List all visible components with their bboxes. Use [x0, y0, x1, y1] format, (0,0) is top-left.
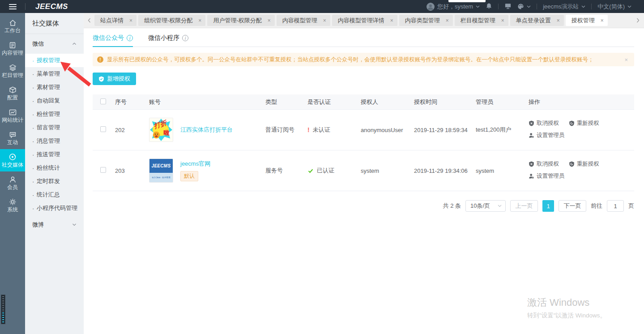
page-content: 微信公众号 i 微信小程序 i ! 显示所有已授权的公众号，可授权多个。同一公众… — [84, 34, 644, 212]
nav-item-social[interactable]: 社交媒体 — [0, 149, 25, 171]
app-logo: JEECMS — [35, 2, 68, 11]
total-count: 共 2 条 — [443, 202, 461, 210]
tab-site-detail[interactable]: 站点详情× — [94, 15, 136, 26]
not-verified-icon: ! — [307, 126, 310, 133]
sidebar-section-weibo[interactable]: 微博 — [25, 215, 84, 235]
sidebar-item-fans[interactable]: 粉丝管理 — [25, 107, 84, 121]
account-avatar-image: 打折 啦 — [149, 118, 173, 142]
col-type: 类型 — [261, 98, 303, 106]
col-authorizer: 授权人 — [356, 98, 409, 106]
revoke-auth-button[interactable]: 取消授权 — [529, 118, 559, 129]
close-icon[interactable]: × — [129, 18, 132, 23]
sidebar-item-scheduled-send[interactable]: 定时群发 — [25, 175, 84, 188]
nav-item-member[interactable]: 会员 — [0, 171, 25, 194]
close-icon[interactable]: × — [198, 18, 201, 23]
topbar-right: 您好，system jeecms演示站 中文(简体) — [426, 3, 644, 11]
tab-user-permission[interactable]: 用户管理-权限分配× — [207, 15, 274, 26]
alert-close-icon[interactable]: × — [623, 56, 630, 63]
popup-remnant — [448, 0, 486, 2]
nav-item-stats[interactable]: 网站统计 — [0, 104, 25, 127]
row-checkbox[interactable] — [100, 167, 106, 173]
menu-toggle-icon[interactable] — [0, 0, 25, 13]
chevron-down-icon — [72, 223, 77, 226]
theme-menu[interactable] — [517, 3, 531, 10]
tab-content-type[interactable]: 内容类型管理× — [399, 15, 453, 26]
topbar-separator — [498, 4, 499, 9]
next-page-button[interactable]: 下一页 — [559, 200, 586, 212]
close-icon[interactable]: × — [390, 18, 393, 23]
topbar-separator — [591, 4, 592, 9]
prev-page-button[interactable]: 上一页 — [510, 200, 538, 212]
shield-refresh-icon — [569, 120, 575, 126]
tab-scroll-right-icon[interactable] — [634, 15, 641, 26]
reauthorize-button[interactable]: 重新授权 — [569, 158, 599, 170]
admin: test1,200用户 — [471, 126, 524, 134]
monitor-icon[interactable] — [504, 3, 512, 11]
user-menu[interactable]: 您好，system — [426, 3, 480, 11]
sidebar-item-fan-stats[interactable]: 粉丝统计 — [25, 161, 84, 175]
tab-sso-settings[interactable]: 单点登录设置× — [510, 15, 564, 26]
goto-page-input[interactable] — [607, 200, 624, 212]
col-auth-time: 授权时间 — [409, 98, 471, 106]
add-authorization-button[interactable]: 新增授权 — [93, 73, 136, 85]
sidebar-item-push[interactable]: 推送管理 — [25, 148, 84, 161]
sidebar-item-auto-reply[interactable]: 自动回复 — [25, 94, 84, 107]
chevron-up-icon — [72, 43, 77, 45]
shield-x-icon — [529, 120, 534, 126]
set-admin-button[interactable]: 设置管理员 — [529, 130, 565, 141]
nav-item-interaction[interactable]: 互动 — [0, 127, 25, 149]
close-icon[interactable]: × — [557, 18, 560, 23]
cube-icon — [9, 86, 17, 94]
current-page-button[interactable]: 1 — [542, 200, 554, 212]
nav-item-content[interactable]: 内容管理 — [0, 37, 25, 60]
set-admin-button[interactable]: 设置管理员 — [529, 171, 565, 182]
sidebar-title: 社交媒体 — [25, 13, 84, 34]
row-checkbox[interactable] — [100, 126, 106, 132]
chevron-down-icon — [498, 205, 502, 207]
goto-label: 前往 — [591, 202, 602, 210]
tab-org-permission[interactable]: 组织管理-权限分配× — [138, 15, 205, 26]
tab-column-model[interactable]: 栏目模型管理× — [455, 15, 508, 26]
icon-sidebar: 工作台 内容管理 栏目管理 配置 网站统计 互动 社交媒体 会员 — [0, 13, 25, 334]
account-type: 普通订阅号 — [261, 126, 303, 134]
tab-content-model-detail[interactable]: 内容模型管理详情× — [332, 15, 397, 26]
close-icon[interactable]: × — [323, 18, 326, 23]
account-name-link[interactable]: 江西实体店打折平台 — [180, 126, 233, 134]
authorizer: system — [356, 167, 409, 174]
close-icon[interactable]: × — [501, 18, 504, 23]
user-avatar-icon — [426, 3, 435, 11]
revoke-auth-button[interactable]: 取消授权 — [529, 158, 559, 170]
document-edit-icon — [9, 42, 16, 49]
reauthorize-button[interactable]: 重新授权 — [569, 118, 599, 129]
language-switcher[interactable]: 中文(简体) — [597, 3, 631, 11]
layers-icon — [9, 64, 17, 71]
close-icon[interactable]: × — [446, 18, 449, 23]
site-switcher[interactable]: jeecms演示站 — [543, 3, 585, 11]
alert-message: 显示所有已授权的公众号，可授权多个。同一公众号在站群中不可重复授权；当站点授权多… — [107, 56, 619, 64]
auth-time: 2019-11-29 18:59:34 — [409, 127, 471, 133]
notification-bell-icon[interactable] — [486, 3, 492, 11]
subtab-wechat-official[interactable]: 微信公众号 i — [93, 34, 133, 47]
subtab-wechat-miniapp[interactable]: 微信小程序 i — [148, 34, 188, 47]
sidebar-item-miniapp-code[interactable]: 小程序代码管理 — [25, 201, 84, 215]
select-all-checkbox[interactable] — [100, 98, 106, 104]
close-icon[interactable]: × — [601, 18, 604, 23]
nav-item-columns[interactable]: 栏目管理 — [0, 60, 25, 82]
account-name-link[interactable]: jeecms官网 — [180, 160, 210, 168]
default-badge: 默认 — [180, 171, 198, 181]
sidebar-item-message-board[interactable]: 留言管理 — [25, 121, 84, 134]
tab-scroll-left-icon[interactable] — [85, 15, 93, 26]
close-icon[interactable]: × — [268, 18, 271, 23]
sidebar-item-stats-summary[interactable]: 统计汇总 — [25, 188, 84, 201]
sidebar-item-message[interactable]: 消息管理 — [25, 134, 84, 148]
page-size-select[interactable]: 10条/页 — [465, 200, 506, 212]
nav-item-config[interactable]: 配置 — [0, 82, 25, 104]
tab-auth-management[interactable]: 授权管理× — [566, 15, 608, 26]
nav-item-system[interactable]: 系统 — [0, 194, 25, 216]
tab-content-model[interactable]: 内容模型管理× — [277, 15, 330, 26]
chevron-down-icon — [581, 5, 585, 8]
sidebar-section-wechat[interactable]: 微信 — [25, 34, 84, 54]
subtab-bar: 微信公众号 i 微信小程序 i — [93, 34, 634, 47]
pagination: 共 2 条 10条/页 上一页 1 下一页 前往 页 — [93, 200, 634, 212]
nav-item-workbench[interactable]: 工作台 — [0, 15, 25, 37]
